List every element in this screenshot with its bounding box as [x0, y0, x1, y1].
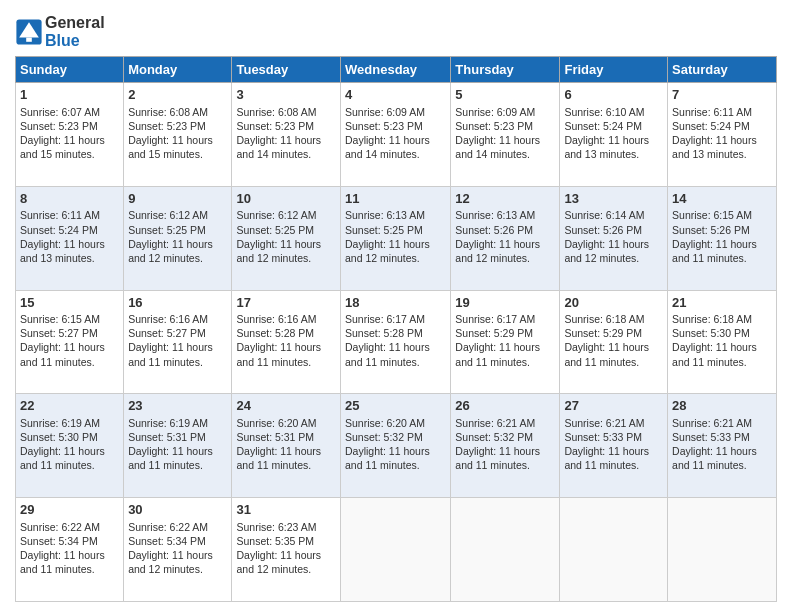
day-info: Sunrise: 6:12 AM [236, 208, 336, 222]
day-info: Sunrise: 6:21 AM [455, 416, 555, 430]
svg-rect-2 [26, 38, 32, 42]
day-info: Sunrise: 6:09 AM [345, 105, 446, 119]
day-info: Daylight: 11 hours [672, 237, 772, 251]
day-info: Daylight: 11 hours [564, 444, 663, 458]
day-info: Sunrise: 6:13 AM [345, 208, 446, 222]
day-info: and 11 minutes. [672, 251, 772, 265]
day-info: and 13 minutes. [20, 251, 119, 265]
day-number: 17 [236, 294, 336, 312]
day-info: Daylight: 11 hours [20, 237, 119, 251]
calendar-cell: 28Sunrise: 6:21 AMSunset: 5:33 PMDayligh… [668, 394, 777, 498]
calendar-cell: 19Sunrise: 6:17 AMSunset: 5:29 PMDayligh… [451, 290, 560, 394]
day-info: Sunset: 5:32 PM [455, 430, 555, 444]
calendar-cell: 24Sunrise: 6:20 AMSunset: 5:31 PMDayligh… [232, 394, 341, 498]
day-info: Sunset: 5:35 PM [236, 534, 336, 548]
day-info: Sunset: 5:34 PM [20, 534, 119, 548]
day-info: Sunset: 5:28 PM [345, 326, 446, 340]
day-info: Sunrise: 6:14 AM [564, 208, 663, 222]
calendar-cell: 2Sunrise: 6:08 AMSunset: 5:23 PMDaylight… [124, 83, 232, 187]
day-info: and 12 minutes. [236, 562, 336, 576]
calendar-cell: 5Sunrise: 6:09 AMSunset: 5:23 PMDaylight… [451, 83, 560, 187]
day-info: Sunrise: 6:16 AM [128, 312, 227, 326]
day-info: and 14 minutes. [236, 147, 336, 161]
calendar-cell [451, 498, 560, 602]
day-info: Sunrise: 6:10 AM [564, 105, 663, 119]
day-info: Sunrise: 6:17 AM [345, 312, 446, 326]
day-info: Sunset: 5:27 PM [20, 326, 119, 340]
day-info: Sunrise: 6:12 AM [128, 208, 227, 222]
day-info: and 14 minutes. [455, 147, 555, 161]
day-info: and 15 minutes. [20, 147, 119, 161]
day-info: Sunset: 5:24 PM [20, 223, 119, 237]
col-header-monday: Monday [124, 57, 232, 83]
day-info: Sunset: 5:23 PM [345, 119, 446, 133]
day-info: Sunrise: 6:22 AM [20, 520, 119, 534]
calendar-cell: 8Sunrise: 6:11 AMSunset: 5:24 PMDaylight… [16, 186, 124, 290]
day-info: and 11 minutes. [20, 562, 119, 576]
day-info: Sunrise: 6:17 AM [455, 312, 555, 326]
day-info: Sunset: 5:33 PM [564, 430, 663, 444]
day-info: Daylight: 11 hours [345, 444, 446, 458]
day-info: and 12 minutes. [128, 251, 227, 265]
day-info: Sunset: 5:34 PM [128, 534, 227, 548]
day-number: 7 [672, 86, 772, 104]
week-row-5: 29Sunrise: 6:22 AMSunset: 5:34 PMDayligh… [16, 498, 777, 602]
day-number: 19 [455, 294, 555, 312]
day-info: Daylight: 11 hours [20, 133, 119, 147]
calendar-cell: 1Sunrise: 6:07 AMSunset: 5:23 PMDaylight… [16, 83, 124, 187]
day-info: Sunset: 5:26 PM [455, 223, 555, 237]
day-number: 4 [345, 86, 446, 104]
day-info: and 11 minutes. [236, 458, 336, 472]
day-info: Sunrise: 6:21 AM [564, 416, 663, 430]
day-number: 5 [455, 86, 555, 104]
day-info: and 13 minutes. [672, 147, 772, 161]
day-number: 12 [455, 190, 555, 208]
day-info: Daylight: 11 hours [128, 548, 227, 562]
day-number: 1 [20, 86, 119, 104]
day-info: Daylight: 11 hours [236, 340, 336, 354]
day-number: 6 [564, 86, 663, 104]
day-info: Daylight: 11 hours [236, 548, 336, 562]
logo-text: General Blue [45, 14, 105, 50]
day-info: Sunrise: 6:11 AM [672, 105, 772, 119]
day-number: 27 [564, 397, 663, 415]
day-info: Sunset: 5:30 PM [20, 430, 119, 444]
calendar-cell: 12Sunrise: 6:13 AMSunset: 5:26 PMDayligh… [451, 186, 560, 290]
calendar-cell: 16Sunrise: 6:16 AMSunset: 5:27 PMDayligh… [124, 290, 232, 394]
day-info: Daylight: 11 hours [20, 340, 119, 354]
day-info: Daylight: 11 hours [128, 237, 227, 251]
calendar-cell: 18Sunrise: 6:17 AMSunset: 5:28 PMDayligh… [341, 290, 451, 394]
day-info: Sunset: 5:31 PM [128, 430, 227, 444]
day-info: Sunrise: 6:23 AM [236, 520, 336, 534]
day-info: and 14 minutes. [345, 147, 446, 161]
calendar-cell: 15Sunrise: 6:15 AMSunset: 5:27 PMDayligh… [16, 290, 124, 394]
day-info: Daylight: 11 hours [20, 444, 119, 458]
calendar-cell [341, 498, 451, 602]
day-number: 16 [128, 294, 227, 312]
week-row-1: 1Sunrise: 6:07 AMSunset: 5:23 PMDaylight… [16, 83, 777, 187]
calendar-table: SundayMondayTuesdayWednesdayThursdayFrid… [15, 56, 777, 602]
day-info: Sunrise: 6:13 AM [455, 208, 555, 222]
day-number: 11 [345, 190, 446, 208]
calendar-cell: 4Sunrise: 6:09 AMSunset: 5:23 PMDaylight… [341, 83, 451, 187]
calendar-cell: 22Sunrise: 6:19 AMSunset: 5:30 PMDayligh… [16, 394, 124, 498]
day-info: Sunset: 5:23 PM [455, 119, 555, 133]
day-info: Daylight: 11 hours [672, 340, 772, 354]
day-info: Sunset: 5:29 PM [564, 326, 663, 340]
col-header-thursday: Thursday [451, 57, 560, 83]
day-info: and 13 minutes. [564, 147, 663, 161]
calendar-cell: 30Sunrise: 6:22 AMSunset: 5:34 PMDayligh… [124, 498, 232, 602]
col-header-wednesday: Wednesday [341, 57, 451, 83]
week-row-2: 8Sunrise: 6:11 AMSunset: 5:24 PMDaylight… [16, 186, 777, 290]
col-header-friday: Friday [560, 57, 668, 83]
col-header-sunday: Sunday [16, 57, 124, 83]
day-info: and 11 minutes. [455, 355, 555, 369]
day-number: 15 [20, 294, 119, 312]
day-info: Daylight: 11 hours [236, 444, 336, 458]
calendar-cell: 23Sunrise: 6:19 AMSunset: 5:31 PMDayligh… [124, 394, 232, 498]
day-number: 14 [672, 190, 772, 208]
day-info: and 12 minutes. [128, 562, 227, 576]
day-number: 31 [236, 501, 336, 519]
day-info: Sunset: 5:29 PM [455, 326, 555, 340]
calendar-cell: 14Sunrise: 6:15 AMSunset: 5:26 PMDayligh… [668, 186, 777, 290]
